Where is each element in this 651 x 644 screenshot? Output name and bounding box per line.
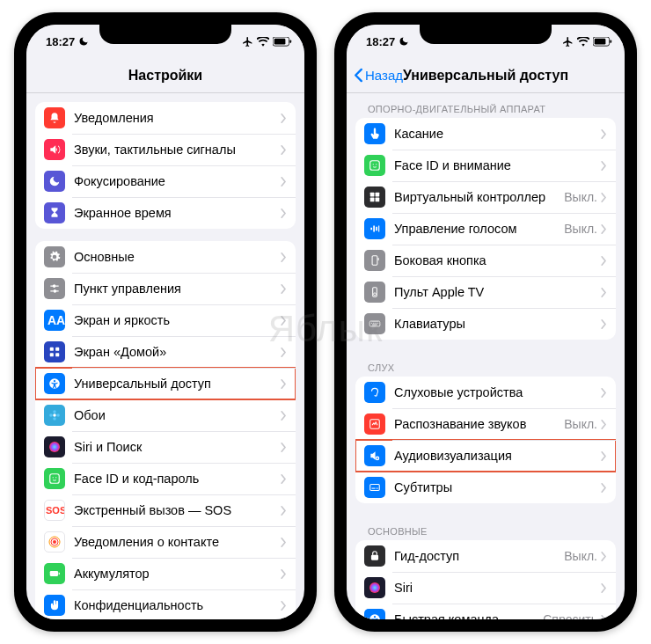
chevron-right-icon xyxy=(601,388,607,398)
settings-row[interactable]: Аудиовизуализация xyxy=(355,440,616,472)
settings-row[interactable]: Быстрая командаСпросить xyxy=(355,604,616,619)
settings-row[interactable]: Обои xyxy=(35,399,296,431)
access-icon xyxy=(44,373,65,394)
settings-row[interactable]: Субтитры xyxy=(355,472,616,503)
chevron-right-icon xyxy=(281,209,287,218)
settings-row[interactable]: Face ID и код-пароль xyxy=(35,463,296,494)
chevron-right-icon xyxy=(601,583,607,593)
settings-row[interactable]: Face ID и внимание xyxy=(355,150,616,181)
chevron-right-icon xyxy=(281,474,287,484)
svg-rect-39 xyxy=(369,321,380,326)
battery-icon xyxy=(273,37,292,47)
settings-row[interactable]: Клавиатуры xyxy=(355,308,616,340)
speaker-icon xyxy=(44,139,65,160)
hourglass-icon xyxy=(44,202,65,223)
settings-row[interactable]: Уведомления xyxy=(35,102,296,134)
row-label: Звуки, тактильные сигналы xyxy=(74,143,281,157)
svg-rect-36 xyxy=(378,258,379,260)
row-label: Конфиденциальность xyxy=(74,598,281,612)
chevron-right-icon xyxy=(281,411,287,421)
chevron-right-icon xyxy=(281,348,287,357)
airplane-icon xyxy=(242,36,253,48)
section-header: Опорно-двигательный аппарат xyxy=(355,93,616,118)
ctrl-icon xyxy=(364,187,385,208)
chevron-right-icon xyxy=(281,284,287,294)
notch xyxy=(420,25,552,44)
row-label: Пульт Apple TV xyxy=(394,285,601,299)
svg-rect-49 xyxy=(372,488,376,489)
settings-row[interactable]: Siri и Поиск xyxy=(35,431,296,463)
back-label: Назад xyxy=(365,68,403,83)
settings-row[interactable]: Слуховые устройства xyxy=(355,377,616,408)
chevron-right-icon xyxy=(601,129,607,139)
settings-row[interactable]: Уведомления о контакте xyxy=(35,526,296,558)
chevron-right-icon xyxy=(601,319,607,329)
svg-rect-51 xyxy=(371,555,378,560)
lock-icon xyxy=(364,545,385,567)
svg-rect-24 xyxy=(59,573,60,574)
phone-right: 18:27 Назад Универсальный доступ xyxy=(334,12,637,632)
ear-icon xyxy=(364,382,385,403)
settings-row[interactable]: Распознавание звуковВыкл. xyxy=(355,408,616,440)
row-value: Спросить xyxy=(543,612,597,619)
settings-row[interactable]: Экран «Домой» xyxy=(35,336,296,368)
settings-row[interactable]: Конфиденциальность xyxy=(35,589,296,619)
svg-point-9 xyxy=(54,380,55,382)
settings-row[interactable]: Экранное время xyxy=(35,197,296,229)
settings-row[interactable]: Пункт управления xyxy=(35,273,296,304)
back-button[interactable]: Назад xyxy=(354,68,403,83)
chevron-right-icon xyxy=(601,552,607,561)
settings-row[interactable]: Боковая кнопка xyxy=(355,245,616,276)
row-label: Быстрая команда xyxy=(394,612,543,619)
settings-row[interactable]: Фокусирование xyxy=(35,165,296,197)
row-label: Face ID и код-пароль xyxy=(74,472,281,486)
chevron-right-icon xyxy=(601,420,607,429)
settings-group: ОсновныеПункт управленияAAЭкран и яркост… xyxy=(35,241,296,619)
svg-text:SOS: SOS xyxy=(46,505,64,516)
row-label: Субтитры xyxy=(394,480,601,494)
row-value: Выкл. xyxy=(564,417,597,431)
settings-row[interactable]: Касание xyxy=(355,118,616,150)
row-label: Аудиовизуализация xyxy=(394,449,601,463)
settings-row[interactable]: Гид-доступВыкл. xyxy=(355,540,616,572)
settings-row[interactable]: Звуки, тактильные сигналы xyxy=(35,134,296,165)
svg-rect-43 xyxy=(377,323,378,324)
settings-row[interactable]: Основные xyxy=(35,241,296,273)
svg-point-17 xyxy=(53,477,54,478)
settings-row[interactable]: Виртуальный контроллерВыкл. xyxy=(355,181,616,213)
settings-row[interactable]: SOSЭкстренный вызов — SOS xyxy=(35,494,296,526)
settings-row[interactable]: Управление голосомВыкл. xyxy=(355,213,616,245)
hand-icon xyxy=(44,595,65,616)
svg-rect-34 xyxy=(376,198,380,202)
svg-rect-42 xyxy=(376,323,377,324)
chevron-right-icon xyxy=(601,483,607,493)
svg-rect-26 xyxy=(595,38,606,44)
svg-point-10 xyxy=(53,413,56,417)
sound-icon xyxy=(364,413,385,435)
settings-row[interactable]: AAЭкран и яркость xyxy=(35,304,296,336)
row-label: Фокусирование xyxy=(74,174,281,188)
row-label: Экранное время xyxy=(74,206,281,220)
chevron-right-icon xyxy=(281,538,287,547)
chevron-right-icon xyxy=(281,177,287,187)
settings-row[interactable]: Siri xyxy=(355,572,616,604)
svg-rect-33 xyxy=(370,198,375,202)
svg-rect-44 xyxy=(372,325,377,326)
svg-point-18 xyxy=(55,477,56,478)
nav-title: Универсальный доступ xyxy=(403,68,568,84)
row-label: Siri и Поиск xyxy=(74,440,281,454)
settings-row[interactable]: Пульт Apple TV xyxy=(355,276,616,308)
row-value: Выкл. xyxy=(564,549,597,563)
row-label: Обои xyxy=(74,408,281,422)
svg-rect-23 xyxy=(50,571,58,576)
svg-point-14 xyxy=(56,413,60,417)
settings-row[interactable]: Аккумулятор xyxy=(35,558,296,589)
contact-icon xyxy=(44,531,65,553)
chevron-right-icon xyxy=(601,193,607,202)
row-label: Клавиатуры xyxy=(394,317,601,331)
settings-row[interactable]: Универсальный доступ xyxy=(35,368,296,399)
svg-rect-31 xyxy=(370,193,375,197)
svg-point-11 xyxy=(53,410,56,413)
svg-rect-16 xyxy=(50,474,60,484)
chevron-right-icon xyxy=(601,161,607,171)
